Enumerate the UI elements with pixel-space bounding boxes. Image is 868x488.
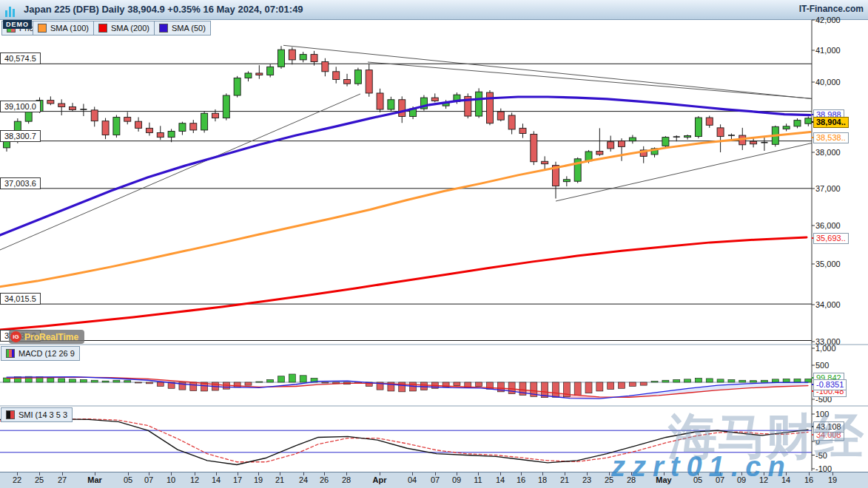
macd-legend-chip[interactable]: MACD (12 26 9 xyxy=(1,346,80,361)
x-axis-label: 14 xyxy=(781,475,790,484)
x-axis-label: 05 xyxy=(693,475,702,484)
macd-legend-label: MACD (12 26 9 xyxy=(18,349,75,358)
y-axis-tick-label: 41,000 xyxy=(815,46,841,55)
x-axis-label: 25 xyxy=(605,475,613,484)
x-axis-label: May xyxy=(656,475,671,484)
legend-chip-sma200[interactable]: SMA (200) xyxy=(93,21,155,35)
x-axis-label: 24 xyxy=(299,475,308,484)
x-axis-label: 22 xyxy=(13,475,21,484)
sma200-swatch-icon xyxy=(98,24,107,33)
x-axis-label: 21 xyxy=(560,475,569,484)
macd-line-value-label: -0.8351 xyxy=(813,379,847,390)
demo-badge: DEMO xyxy=(3,20,32,29)
y-axis-tick-label: 40,000 xyxy=(815,78,841,87)
y-axis-tick-label: 37,000 xyxy=(815,184,841,193)
legend-chip-sma50[interactable]: SMA (50) xyxy=(154,21,211,35)
sma50-swatch-icon xyxy=(159,24,168,33)
smi-value-label: 43.108 xyxy=(813,421,844,433)
sma200-value-label: 35,693.. xyxy=(813,233,849,244)
y-axis-tick-label: 36,000 xyxy=(815,221,841,230)
prorealtime-label: ProRealTime xyxy=(24,332,78,342)
x-axis-label: 11 xyxy=(474,475,482,484)
x-axis-label: 19 xyxy=(254,475,263,484)
price-level-label: 34,015.5 xyxy=(0,293,41,305)
prorealtime-logo[interactable]: iG ProRealTime xyxy=(9,330,84,344)
sma100-swatch-icon xyxy=(38,24,47,33)
y-axis-tick-label: 1,000 xyxy=(815,344,836,353)
x-axis-label: 07 xyxy=(431,475,440,484)
x-axis-label: 09 xyxy=(737,475,746,484)
x-axis-label: 14 xyxy=(212,475,221,484)
smi-icon xyxy=(6,410,15,419)
x-axis-label: 10 xyxy=(166,475,175,484)
legend-sma100-label: SMA (100) xyxy=(50,24,89,33)
y-axis-tick-label: -100 xyxy=(815,464,832,473)
x-axis-label: 21 xyxy=(275,475,284,484)
price-level-label: 39,100.0 xyxy=(0,101,41,112)
legend-sma50-label: SMA (50) xyxy=(172,24,206,33)
price-level-label: 37,003.6 xyxy=(0,177,41,189)
x-axis-label: 12 xyxy=(190,475,199,484)
x-axis-label: 07 xyxy=(144,475,153,484)
plot-area[interactable] xyxy=(0,45,837,464)
x-axis-label: 17 xyxy=(233,475,242,484)
legend-chip-sma100[interactable]: SMA (100) xyxy=(33,21,94,35)
y-axis-tick-label: 100 xyxy=(815,410,829,418)
x-axis-label: Mar xyxy=(87,475,102,484)
sma100-value-label: 38,538.. xyxy=(813,132,849,143)
x-axis-label: 28 xyxy=(342,475,351,484)
y-axis-tick-label: 42,000 xyxy=(815,16,841,24)
last-price-label: 38,904.. xyxy=(813,117,849,128)
macd-icon xyxy=(6,349,15,358)
x-axis-label: 07 xyxy=(716,475,724,484)
x-axis-label: 12 xyxy=(759,475,768,484)
trading-chart-app: Japan 225 (DFB) Daily 38,904.9 +0.35% 16… xyxy=(0,0,868,488)
x-axis-label: 18 xyxy=(538,475,547,484)
y-axis-tick-label: 34,000 xyxy=(815,300,841,309)
x-axis-label: 05 xyxy=(124,475,132,484)
x-axis-label: 28 xyxy=(627,475,636,484)
x-axis-label: 16 xyxy=(804,475,813,484)
ig-logo-icon: iG xyxy=(10,331,21,342)
y-axis-tick-label: -50 xyxy=(815,451,827,460)
x-axis-label: 25 xyxy=(35,475,44,484)
x-axis-label: 19 xyxy=(828,475,837,484)
smi-legend-label: SMI (14 3 5 3 xyxy=(18,410,67,419)
x-axis-label: 16 xyxy=(517,475,525,484)
x-axis-label: 14 xyxy=(496,475,505,484)
x-axis-label: 09 xyxy=(452,475,461,484)
legend-sma200-label: SMA (200) xyxy=(111,24,149,33)
x-axis[interactable]: 222527Mar0507101214171921242628Apr040709… xyxy=(0,472,868,488)
x-axis-label: 04 xyxy=(408,475,417,484)
y-axis-tick-label: 35,000 xyxy=(815,260,841,268)
chart-canvas[interactable] xyxy=(0,0,868,488)
y-axis-tick-label: 500 xyxy=(815,361,829,370)
price-level-label: 40,574.5 xyxy=(0,52,41,64)
x-axis-label: 27 xyxy=(58,475,67,484)
smi-legend-chip[interactable]: SMI (14 3 5 3 xyxy=(1,407,73,422)
x-axis-label: 26 xyxy=(320,475,329,484)
x-axis-label: Apr xyxy=(373,475,387,484)
price-level-label: 38,300.7 xyxy=(0,130,41,142)
y-axis-tick-label: 38,000 xyxy=(815,148,841,157)
x-axis-label: 23 xyxy=(582,475,591,484)
